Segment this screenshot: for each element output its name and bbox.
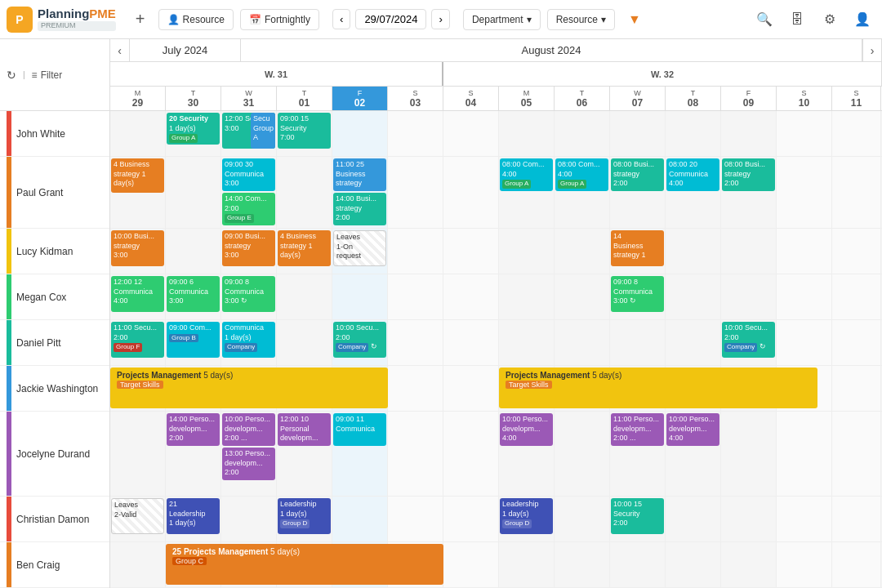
event-lucy-biz-m29[interactable]: 10:00 Busi... strategy 3:00 [111, 230, 164, 266]
next-date-button[interactable]: › [431, 9, 449, 29]
event-jocelyne-personal-t08[interactable]: 10:00 Perso... developm... 4:00 [666, 413, 719, 446]
search-icon[interactable]: 🔍 [751, 7, 777, 33]
event-paul-biz2-f02[interactable]: 14:00 Busi... strategy 2:00 [333, 193, 386, 225]
event-christian-leadership-t01[interactable]: Leadership 1 day(s) Group D [278, 498, 331, 534]
day-col-t06: T06 [555, 87, 610, 110]
event-christian-leadership-t30[interactable]: 21 Leadership 1 day(s) [167, 498, 220, 534]
event-daniel-secu-m29[interactable]: 11:00 Secu... 2:00 Group F [111, 322, 164, 358]
jocelyne-s04 [443, 412, 499, 496]
filter-icon[interactable]: ▼ [621, 7, 648, 33]
paul-f02: 11:00 25 Business strategy 14:00 Busi...… [332, 157, 388, 228]
event-paul-biz-f09[interactable]: 08:00 Busi... strategy 2:00 [722, 158, 775, 191]
event-paul-comms-t06[interactable]: 08:00 Com... 4:00 Group A [555, 158, 608, 191]
ben-t06 [555, 542, 610, 587]
event-lucy-leaves-f02[interactable]: Leaves 1-On request [333, 230, 386, 266]
user-icon[interactable]: 👤 [849, 7, 875, 33]
event-megan-comms-t30[interactable]: 09:00 6 Communica 3:00 [167, 276, 220, 312]
day-col-f02: F02 [332, 87, 388, 110]
daniel-f09: 10:00 Secu... 2:00 Company ↻ [721, 320, 777, 365]
event-jocelyne-personal-w31a[interactable]: 10:00 Perso... developm... 2:00 ... [222, 413, 275, 446]
event-paul-comms-m05[interactable]: 08:00 Com... 4:00 Group A [500, 158, 553, 191]
event-lucy-biz-w07[interactable]: 14 Business strategy 1 [611, 230, 664, 266]
week-32: W. 32 [443, 62, 882, 86]
filter-button[interactable]: ≡ Filter [32, 69, 63, 81]
event-ben-projects[interactable]: 25 Projects Management 5 day(s) Group C [166, 544, 443, 585]
megan-s11 [832, 274, 881, 319]
john-t01: 09:00 15 Security 7:00 [277, 111, 332, 156]
event-christian-leaves-m29[interactable]: Leaves 2-Valid [111, 498, 164, 534]
event-jocelyne-personal-t01[interactable]: 12:00 10 Personal developm... [278, 413, 331, 446]
event-paul-biz-m29[interactable]: 4 Business strategy 1 day(s) [111, 158, 164, 193]
event-jocelyne-personal-t30[interactable]: 14:00 Perso... developm... 2:00 [167, 413, 220, 446]
john-t06 [555, 111, 610, 156]
megan-f02 [332, 274, 388, 319]
jocelyne-s10 [777, 412, 832, 496]
month-july: July 2024 [130, 39, 241, 61]
event-jocelyne-personal-w31b[interactable]: 13:00 Perso... developm... 2:00 [222, 448, 275, 480]
event-megan-comms-w07[interactable]: 09:00 8 Communica 3:00 ↻ [611, 276, 664, 312]
paul-s10 [777, 157, 832, 228]
row-daniel: 11:00 Secu... 2:00 Group F 09:00 Com... … [110, 320, 882, 366]
event-paul-comms-t08[interactable]: 08:00 20 Communica 4:00 [666, 158, 719, 191]
grid-body: 20 Security 1 day(s) Group A 12:00 Secu.… [110, 111, 882, 588]
day-col-f09: F09 [721, 87, 777, 110]
daniel-s10 [777, 320, 832, 365]
megan-m05 [499, 274, 555, 319]
event-lucy-biz-t01[interactable]: 4 Business strategy 1 day(s) [278, 230, 331, 266]
reload-icon[interactable]: ↻ [7, 69, 16, 82]
daniel-s11 [832, 320, 881, 365]
event-jocelyne-personal-w07[interactable]: 11:00 Perso... developm... 2:00 ... [611, 413, 664, 446]
christian-m05: Leadership 1 day(s) Group D [499, 497, 555, 541]
resource-button[interactable]: 👤 Resource [158, 9, 234, 30]
event-christian-security-w07[interactable]: 10:00 15 Security 2:00 [611, 498, 664, 534]
event-megan-comms-m29[interactable]: 12:00 12 Communica 4:00 [111, 276, 164, 312]
event-christian-leadership-m05[interactable]: Leadership 1 day(s) Group D [500, 498, 553, 534]
add-button[interactable]: + [129, 7, 152, 32]
john-s10 [777, 111, 832, 156]
day-col-m29: M29 [110, 87, 166, 110]
fortnightly-button[interactable]: 📅 Fortnightly [240, 9, 319, 30]
event-john-security-w31b[interactable]: Secu Group A [251, 113, 275, 149]
event-jackie-projects-w31[interactable]: Projects Management 5 day(s) Target Skil… [110, 368, 388, 408]
event-jocelyne-personal-m05[interactable]: 10:00 Perso... developm... 4:00 [500, 413, 553, 446]
resource-filter[interactable]: Resource ▾ [547, 9, 615, 30]
day-col-s11: S11 [832, 87, 881, 110]
christian-s11 [832, 497, 881, 541]
sidebar-person-christian: Christian Damon [0, 497, 109, 542]
daniel-t06 [555, 320, 610, 365]
prev-date-button[interactable]: ‹ [332, 9, 350, 29]
event-paul-comms-w31b[interactable]: 14:00 Com... 2:00 Group E [222, 193, 275, 225]
event-megan-comms-w31[interactable]: 09:00 8 Communica 3:00 ↻ [222, 276, 275, 312]
christian-f09 [721, 497, 777, 541]
event-paul-biz-f02[interactable]: 11:00 25 Business strategy [333, 158, 386, 191]
jocelyne-w07: 11:00 Perso... developm... 2:00 ... [610, 412, 666, 496]
settings-icon[interactable]: ⚙ [817, 7, 843, 33]
event-jackie-projects-w32[interactable]: Projects Management 5 day(s) Target Skil… [499, 368, 817, 408]
jackie-s11 [832, 366, 881, 411]
person-name-daniel: Daniel Pitt [16, 337, 61, 349]
lucy-t06 [555, 229, 610, 274]
jocelyne-w31: 10:00 Perso... developm... 2:00 ... 13:0… [221, 412, 277, 496]
event-lucy-biz-w31[interactable]: 09:00 Busi... strategy 3:00 [222, 230, 275, 266]
event-john-security-t01[interactable]: 09:00 15 Security 7:00 [278, 113, 331, 149]
daniel-t30: 09:00 Com... Group B [166, 320, 221, 365]
department-filter[interactable]: Department ▾ [463, 9, 541, 30]
event-daniel-comms-t30[interactable]: 09:00 Com... Group B [167, 322, 220, 358]
event-daniel-secu-f02[interactable]: 10:00 Secu... 2:00 Company ↻ [333, 322, 386, 358]
prev-month-button[interactable]: ‹ [110, 39, 130, 61]
event-paul-comms-w31a[interactable]: 09:00 30 Communica 3:00 [222, 158, 275, 191]
event-daniel-secu-f09[interactable]: 10:00 Secu... 2:00 Company ↻ [722, 322, 775, 358]
row-jackie: Projects Management 5 day(s) Target Skil… [110, 366, 882, 412]
database-icon[interactable]: 🗄 [784, 7, 810, 33]
paul-s04 [443, 157, 499, 228]
christian-s10 [777, 497, 832, 541]
lucy-m05 [499, 229, 555, 274]
day-col-s03: S03 [388, 87, 443, 110]
event-daniel-comms-w31[interactable]: Communica 1 day(s) Company [222, 322, 275, 358]
event-paul-biz-w07[interactable]: 08:00 Busi... strategy 2:00 [611, 158, 664, 191]
next-month-button[interactable]: › [862, 39, 882, 61]
event-john-security-t30[interactable]: 20 Security 1 day(s) Group A [167, 113, 220, 145]
event-jocelyne-comms-f02[interactable]: 09:00 11 Communica [333, 413, 386, 446]
lucy-t30 [166, 229, 221, 274]
person-name-jackie: Jackie Washington [16, 383, 98, 394]
